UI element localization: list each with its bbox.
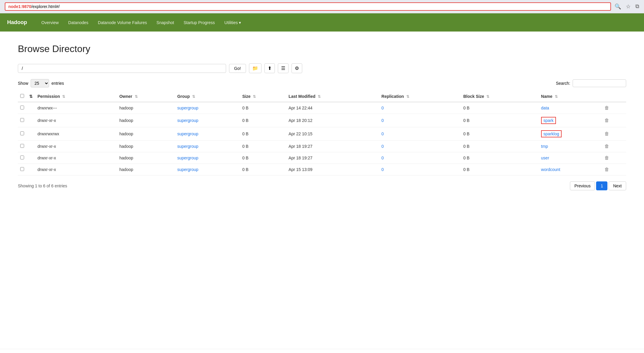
th-name[interactable]: Name ⇅ (539, 91, 602, 102)
row-name: wordcount (539, 164, 602, 175)
extensions-icon[interactable]: ⧉ (635, 3, 639, 10)
replication-link[interactable]: 0 (381, 144, 384, 149)
search-icon[interactable]: 🔍 (615, 3, 621, 10)
row-owner: hadoop (117, 102, 175, 114)
row-checkbox-3[interactable] (20, 144, 24, 148)
th-last-modified[interactable]: Last Modified ⇅ (286, 91, 379, 102)
row-sort-cell (27, 152, 35, 164)
navbar-brand[interactable]: Hadoop (7, 13, 34, 32)
directory-name-link[interactable]: sparklog (541, 130, 562, 137)
group-link[interactable]: supergroup (177, 106, 198, 110)
th-size[interactable]: Size ⇅ (240, 91, 286, 102)
row-checkbox-0[interactable] (20, 106, 24, 109)
row-block-size: 0 B (461, 102, 538, 114)
group-link[interactable]: supergroup (177, 118, 198, 123)
bookmark-icon[interactable]: ☆ (626, 3, 631, 10)
delete-icon[interactable]: 🗑 (604, 144, 609, 149)
delete-icon[interactable]: 🗑 (604, 118, 609, 123)
nav-datanode-volume-failures[interactable]: Datanode Volume Failures (93, 14, 152, 31)
page-1-button[interactable]: 1 (596, 181, 607, 190)
table-header-row: ⇅ Permission ⇅ Owner ⇅ Group ⇅ Size ⇅ La… (18, 91, 626, 102)
row-checkbox-2[interactable] (20, 131, 24, 135)
group-link[interactable]: supergroup (177, 167, 198, 172)
next-button[interactable]: Next (609, 181, 626, 190)
settings-icon-btn[interactable]: ⚙ (292, 63, 302, 73)
row-delete-cell: 🗑 (602, 164, 626, 175)
directory-name-link[interactable]: tmp (541, 144, 548, 149)
th-block-size[interactable]: Block Size ⇅ (461, 91, 538, 102)
directory-name-link[interactable]: wordcount (541, 167, 560, 172)
row-group: supergroup (175, 152, 240, 164)
row-block-size: 0 B (461, 127, 538, 141)
entries-label: entries (51, 81, 64, 86)
replication-link[interactable]: 0 (381, 167, 384, 172)
table-controls: Show 10 25 50 100 entries Search: (18, 79, 626, 87)
folder-icon-btn[interactable]: 📁 (249, 63, 261, 73)
row-name: user (539, 152, 602, 164)
th-checkbox (18, 91, 27, 102)
group-link[interactable]: supergroup (177, 131, 198, 136)
path-input[interactable] (18, 64, 226, 73)
row-permission: drwxr-xr-x (35, 164, 117, 175)
go-button[interactable]: Go! (229, 64, 246, 73)
nav-utilities[interactable]: Utilities ▾ (220, 14, 246, 31)
row-block-size: 0 B (461, 152, 538, 164)
address-bar[interactable]: node1:9870 /explorer.html#/ (5, 2, 611, 11)
row-name: data (539, 102, 602, 114)
group-link[interactable]: supergroup (177, 156, 198, 160)
table-row: drwxrwx--- hadoop supergroup 0 B Apr 14 … (18, 102, 626, 114)
search-input[interactable] (573, 79, 626, 87)
directory-name-link[interactable]: spark (541, 117, 556, 124)
entries-select[interactable]: 10 25 50 100 (31, 79, 49, 87)
nav-datanodes[interactable]: Datanodes (63, 14, 93, 31)
upload-icon-btn[interactable]: ⬆ (264, 63, 275, 73)
nav-overview[interactable]: Overview (37, 14, 63, 31)
delete-icon[interactable]: 🗑 (604, 155, 609, 160)
th-replication[interactable]: Replication ⇅ (379, 91, 461, 102)
row-permission: drwxr-xr-x (35, 141, 117, 152)
row-name: spark (539, 114, 602, 127)
row-checkbox-5[interactable] (20, 167, 24, 171)
row-size: 0 B (240, 127, 286, 141)
directory-name-link[interactable]: data (541, 106, 549, 110)
th-owner[interactable]: Owner ⇅ (117, 91, 175, 102)
search-box: Search: (556, 79, 626, 87)
row-replication: 0 (379, 102, 461, 114)
group-link[interactable]: supergroup (177, 144, 198, 149)
row-sort-cell (27, 141, 35, 152)
row-block-size: 0 B (461, 164, 538, 175)
row-last-modified: Apr 14 22:44 (286, 102, 379, 114)
row-replication: 0 (379, 141, 461, 152)
row-replication: 0 (379, 152, 461, 164)
row-sort-cell (27, 127, 35, 141)
th-group[interactable]: Group ⇅ (175, 91, 240, 102)
previous-button[interactable]: Previous (570, 181, 595, 190)
row-replication: 0 (379, 164, 461, 175)
row-checkbox-1[interactable] (20, 118, 24, 122)
table-row: drwxr-xr-x hadoop supergroup 0 B Apr 18 … (18, 114, 626, 127)
th-sort-all[interactable]: ⇅ (27, 91, 35, 102)
row-last-modified: Apr 15 13:09 (286, 164, 379, 175)
replication-link[interactable]: 0 (381, 131, 384, 136)
delete-icon[interactable]: 🗑 (604, 105, 609, 110)
row-delete-cell: 🗑 (602, 141, 626, 152)
replication-link[interactable]: 0 (381, 118, 384, 123)
row-group: supergroup (175, 114, 240, 127)
row-sort-cell (27, 164, 35, 175)
nav-startup-progress[interactable]: Startup Progress (179, 14, 220, 31)
row-replication: 0 (379, 114, 461, 127)
nav-snapshot[interactable]: Snapshot (152, 14, 179, 31)
replication-link[interactable]: 0 (381, 106, 384, 110)
select-all-checkbox[interactable] (20, 94, 24, 98)
th-permission[interactable]: Permission ⇅ (35, 91, 117, 102)
delete-icon[interactable]: 🗑 (604, 131, 609, 136)
directory-name-link[interactable]: user (541, 156, 549, 160)
row-last-modified: Apr 18 19:27 (286, 141, 379, 152)
search-label: Search: (556, 81, 570, 86)
row-replication: 0 (379, 127, 461, 141)
row-checkbox-4[interactable] (20, 156, 24, 159)
list-icon-btn[interactable]: ☰ (278, 63, 289, 73)
delete-icon[interactable]: 🗑 (604, 167, 609, 172)
row-block-size: 0 B (461, 114, 538, 127)
replication-link[interactable]: 0 (381, 156, 384, 160)
